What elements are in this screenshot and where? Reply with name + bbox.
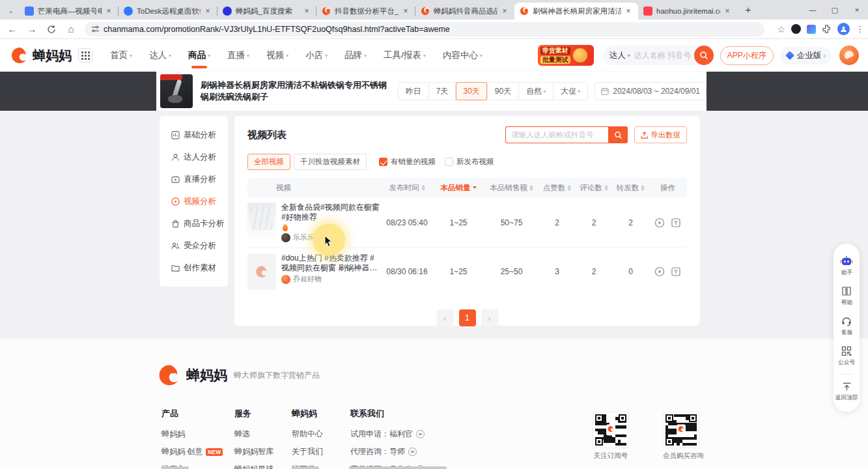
menu-item-tools[interactable]: 工具/报表▾ [375, 39, 434, 72]
play-video-icon[interactable] [654, 266, 665, 277]
header-search[interactable]: 达人▾ 达人名称 抖音号 [603, 46, 714, 65]
footer-link[interactable]: 蝉妈妈 [161, 429, 223, 440]
footer-contact[interactable]: 代理咨询：导师 [350, 446, 425, 457]
tab-close-icon[interactable]: × [500, 7, 509, 16]
date-filter-natural[interactable]: 自然▾ [519, 82, 553, 100]
product-thumbnail[interactable] [160, 74, 193, 108]
new-tab-button[interactable]: + [741, 3, 755, 17]
browser-tab-3[interactable]: 蝉妈妈_百度搜索 × [217, 3, 316, 20]
forward-icon[interactable]: → [25, 22, 39, 36]
extensions-puzzle-icon[interactable] [822, 24, 832, 34]
footer-contact[interactable]: 试用申请：福利官 [350, 429, 425, 440]
window-maximize-button[interactable]: ▢ [824, 0, 846, 20]
browser-menu-icon[interactable]: ⋮ [856, 24, 864, 34]
sidebar-item-daren-analysis[interactable]: 达人分析 [160, 146, 228, 168]
tab-qianchuan-videos[interactable]: 千川投放视频素材 [294, 154, 367, 170]
sidebar-item-creative-material[interactable]: 创作素材 [160, 257, 228, 279]
assistant-button[interactable]: 助手 [833, 251, 860, 281]
promo-banner[interactable]: 带货素材 批量测试 [538, 45, 594, 66]
menu-item-video[interactable]: 视频▾ [258, 39, 297, 72]
footer-link[interactable]: 帮助中心 [292, 429, 323, 440]
col-item-revenue[interactable]: 本品销售额 [484, 183, 539, 193]
site-settings-icon[interactable] [91, 25, 100, 33]
menu-item-live[interactable]: 直播▾ [219, 39, 258, 72]
footer-link[interactable]: 关于我们 [292, 446, 323, 457]
search-button[interactable] [694, 46, 714, 65]
browser-tab-2[interactable]: ToDesk远程桌面软件-免费安… × [119, 3, 217, 20]
transcript-icon[interactable] [671, 218, 681, 228]
sidebar-item-video-analysis[interactable]: 视频分析 [160, 190, 228, 212]
apps-grid-icon[interactable] [78, 48, 92, 63]
customer-service-button[interactable]: 客服 [833, 311, 860, 341]
video-search-input[interactable] [505, 126, 608, 143]
col-comments[interactable]: 评论数 [575, 183, 613, 193]
page-1-button[interactable]: 1 [459, 309, 476, 326]
filter-newly-published[interactable]: 新发布视频 [445, 157, 494, 167]
enterprise-button[interactable]: 企业版 › [780, 47, 832, 64]
sidebar-item-audience-analysis[interactable]: 受众分析 [160, 234, 228, 257]
search-placeholder[interactable]: 达人名称 抖音号 [634, 50, 694, 61]
url-bar[interactable]: chanmama.com/promotionRank/-VJ3rUIyL1hU-… [85, 22, 764, 36]
wechat-official-button[interactable]: 公众号 [833, 341, 860, 371]
browser-tab-4[interactable]: 抖音数据分析平台_抖音直播… × [316, 3, 415, 20]
video-title[interactable]: #dou上热门 #热卖款推荐 #视频同款在橱窗 刷锅神器清洁干净长柄不锈钢刷锅子… [281, 253, 381, 273]
video-author[interactable]: 乔叔好物 [281, 274, 381, 284]
transcript-icon[interactable] [671, 266, 681, 277]
sidebar-item-basic-analysis[interactable]: 基础分析 [160, 124, 228, 146]
menu-item-product[interactable]: 商品▾ [180, 39, 219, 72]
home-icon[interactable]: ⌂ [64, 22, 78, 36]
browser-profile-avatar[interactable] [837, 23, 850, 35]
window-minimize-button[interactable]: — [802, 0, 824, 20]
chanmama-logo[interactable]: 蝉妈妈 [10, 46, 72, 64]
date-range-picker[interactable]: 2024/08/03 ~ 2024/09/01 [595, 82, 707, 100]
video-thumbnail[interactable] [247, 253, 276, 290]
extension-icon[interactable] [791, 24, 801, 34]
user-avatar[interactable] [839, 46, 859, 65]
menu-item-brand[interactable]: 品牌▾ [336, 39, 375, 72]
date-filter-90d[interactable]: 90天 [488, 82, 519, 100]
window-close-button[interactable]: × [846, 0, 868, 20]
tab-close-icon[interactable]: × [302, 7, 311, 16]
browser-tab-5[interactable]: 蝉妈妈抖音商品选品库|抖音短视… × [415, 3, 514, 20]
video-thumbnail[interactable] [247, 203, 276, 239]
browser-tab-active[interactable]: 刷锅神器长柄厨房家用清洁不… × [514, 3, 638, 20]
tab-close-icon[interactable]: × [401, 7, 410, 16]
help-button[interactable]: 帮助 [833, 281, 860, 311]
export-data-button[interactable]: 导出数据 [634, 126, 687, 143]
menu-item-content-center[interactable]: 内容中心▾ [434, 39, 491, 72]
bookmark-star-icon[interactable]: ☆ [777, 24, 785, 35]
browser-tab-7[interactable]: haohuo.jinritemai.com/ecom… × [638, 3, 737, 20]
date-filter-7d[interactable]: 7天 [429, 82, 456, 100]
tab-close-icon[interactable]: × [723, 7, 732, 16]
footer-link[interactable]: 蝉选 [234, 429, 273, 440]
video-title[interactable]: 全新食品袋#视频同款在橱窗 #好物推荐 [281, 203, 381, 222]
date-filter-promo[interactable]: 大促▾ [553, 82, 587, 100]
col-shares[interactable]: 转发数 [613, 183, 649, 193]
date-filter-yesterday[interactable]: 昨日 [399, 82, 429, 100]
tab-close-icon[interactable]: × [624, 7, 633, 16]
filter-has-sales[interactable]: 有销量的视频 [379, 157, 436, 167]
sidebar-item-product-card-analysis[interactable]: 商品卡分析 [160, 212, 228, 234]
search-category-select[interactable]: 达人▾ [609, 50, 634, 61]
menu-item-home[interactable]: 首页▾ [102, 39, 141, 72]
back-icon[interactable]: ← [5, 22, 20, 36]
back-to-top-button[interactable]: 返回顶部 [833, 377, 860, 406]
url-text[interactable]: chanmama.com/promotionRank/-VJ3rUIyL1hU-… [104, 25, 450, 34]
menu-item-daren[interactable]: 达人▾ [141, 39, 180, 72]
tab-close-icon[interactable]: × [104, 7, 113, 16]
sidebar-item-live-analysis[interactable]: 直播分析 [160, 168, 228, 190]
footer-link[interactable]: 蝉妈妈 创意NEW [161, 446, 223, 457]
checkbox-unchecked-icon[interactable] [445, 158, 453, 166]
extension-icon[interactable] [807, 25, 816, 34]
tab-close-icon[interactable]: × [203, 7, 212, 16]
date-filter-30d[interactable]: 30天 [456, 82, 487, 100]
col-item-sales[interactable]: 本品销量 [433, 183, 484, 193]
tab-search-chevron-icon[interactable]: ⌄ [5, 5, 17, 16]
browser-tab-1[interactable]: 芒果电商—视频号电商玩法全 × [20, 3, 119, 20]
footer-link[interactable]: 蝉妈妈智库 [234, 446, 273, 457]
video-search-button[interactable] [608, 126, 628, 143]
tab-all-videos[interactable]: 全部视频 [247, 154, 290, 170]
next-page-button[interactable]: › [481, 309, 498, 326]
play-video-icon[interactable] [654, 218, 665, 228]
reload-icon[interactable] [44, 22, 59, 36]
